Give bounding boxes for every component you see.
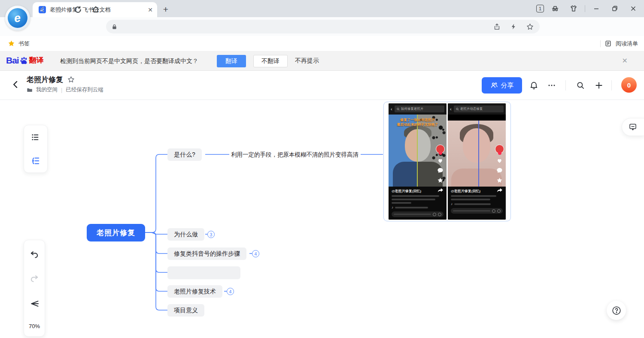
- translate-bar-close-icon[interactable]: ✕: [622, 57, 628, 65]
- phone2-comment-icon: [496, 167, 503, 173]
- baidu-logo-text: Bai: [6, 55, 19, 66]
- outline-view-button[interactable]: [24, 125, 47, 149]
- notifications-bell-icon[interactable]: [526, 78, 541, 93]
- redo-icon[interactable]: [29, 274, 39, 284]
- doc-title: 老照片修复: [27, 75, 63, 84]
- home-icon[interactable]: [90, 4, 101, 15]
- phone2-caption-line: [451, 199, 490, 200]
- minimize-button[interactable]: [589, 2, 604, 15]
- never-remind-button[interactable]: 不再提示: [295, 57, 319, 65]
- translate-button[interactable]: 翻译: [217, 55, 246, 67]
- phone2-divider-line: [478, 121, 479, 187]
- tab-close-icon[interactable]: ✕: [148, 6, 153, 13]
- phone1-share-icon: [437, 187, 444, 193]
- phone1-action-rail: [435, 145, 445, 193]
- phone1-comment-icon: [437, 167, 444, 173]
- bookmark-label: 书签: [18, 40, 30, 48]
- node-empty[interactable]: [167, 266, 240, 279]
- douyin-screenshot-2[interactable]: ‹ 老照片动态修复: [448, 103, 506, 220]
- theme-skin-icon[interactable]: [566, 2, 581, 15]
- phone1-music-row: ♪: [392, 205, 444, 209]
- lightning-icon[interactable]: [510, 23, 517, 30]
- douyin-screenshot-1[interactable]: ‹ 如何修复老照片 修复了一张80年老照片最后动起来的样子太惊艳了: [389, 103, 447, 220]
- doc-space[interactable]: 我的空间: [36, 86, 58, 94]
- phone2-search-icon: [456, 108, 459, 111]
- phone1-caption-line: [392, 199, 435, 200]
- phone1-face: [405, 129, 431, 162]
- mindmap-view-button[interactable]: [24, 149, 47, 172]
- attached-images-container[interactable]: ‹ 如何修复老照片 修复了一张80年老照片最后动起来的样子太惊艳了: [383, 102, 511, 221]
- comment-bubble-icon: [629, 123, 637, 131]
- new-tab-button[interactable]: +: [160, 3, 172, 15]
- bookmark-item[interactable]: 书签: [8, 40, 30, 48]
- help-question-icon: [612, 306, 621, 315]
- refresh-icon[interactable]: [72, 4, 83, 15]
- node-what[interactable]: 是什么?: [167, 148, 202, 161]
- header-separator-1: [565, 80, 566, 91]
- node-why[interactable]: 为什么做: [167, 228, 204, 241]
- doc-back-icon[interactable]: [9, 78, 21, 91]
- phone2-like-icon: [496, 157, 503, 163]
- node-meaning[interactable]: 项目意义: [167, 304, 204, 317]
- translate-message: 检测到当前网页不是中文网页，是否要翻译成中文？: [60, 57, 198, 65]
- address-bar[interactable]: [106, 20, 540, 33]
- incognito-icon[interactable]: [548, 2, 562, 15]
- node-steps-collapse-badge[interactable]: 4: [252, 250, 259, 257]
- view-switch-panel: [24, 125, 48, 173]
- bookmarks-bar: 书签 阅读清单: [0, 36, 644, 51]
- phone1-caption-line: [392, 202, 411, 204]
- user-avatar[interactable]: 0: [621, 77, 637, 93]
- favorite-star-icon[interactable]: [67, 76, 75, 83]
- mouse-gesture-icon[interactable]: [545, 21, 644, 33]
- fit-view-icon[interactable]: [29, 298, 40, 309]
- mindmap-canvas[interactable]: 70% 老照片修复 是什么? 利用一定的手段，把原本模糊不清的照片变得高清 为什…: [0, 100, 644, 338]
- doc-save-status: 已经保存到云端: [66, 86, 103, 94]
- phone1-favorite-icon: [437, 177, 444, 184]
- connector-lines: [0, 100, 644, 338]
- doc-more-icon[interactable]: [544, 78, 559, 93]
- reading-list-button[interactable]: 阅读清单: [616, 40, 638, 48]
- node-tech-collapse-badge[interactable]: 4: [227, 288, 234, 295]
- node-tech[interactable]: 老照片修复技术: [167, 285, 222, 298]
- node-steps[interactable]: 修复类抖音号的操作步骤: [167, 247, 246, 260]
- no-translate-button[interactable]: 不翻译: [253, 55, 288, 67]
- phone2-comment-input: [451, 208, 503, 214]
- comments-pill-button[interactable]: [622, 118, 644, 136]
- folder-icon: [27, 87, 33, 93]
- zoom-level[interactable]: 70%: [29, 323, 40, 329]
- restore-button[interactable]: [608, 2, 622, 15]
- search-icon[interactable]: [573, 78, 588, 93]
- share-button-label: 分享: [501, 81, 514, 90]
- phone2-action-rail: [494, 145, 504, 193]
- phone1-search-box: 如何修复老照片: [395, 106, 444, 112]
- help-button[interactable]: [607, 301, 626, 320]
- phone2-search-text: 老照片动态修复: [460, 107, 483, 111]
- mindmap-root-node[interactable]: 老照片修复: [87, 224, 145, 241]
- window-controls-separator: [585, 5, 585, 12]
- phone1-topbar: ‹ 如何修复老照片: [389, 103, 447, 115]
- header-separator-2: [611, 80, 612, 91]
- window-controls: 1: [536, 0, 641, 17]
- tab-count-button[interactable]: 1: [536, 5, 544, 12]
- share-page-icon[interactable]: [493, 23, 501, 30]
- bookmark-star-gold-icon: [8, 40, 15, 47]
- phone2-back-icon: ‹: [450, 106, 452, 112]
- translate-bar: Bai 翻译 检测到当前网页不是中文网页，是否要翻译成中文？ 翻译 不翻译 不再…: [0, 51, 644, 71]
- create-new-icon[interactable]: [591, 78, 607, 93]
- phone2-caption-line: [451, 195, 496, 197]
- undo-icon[interactable]: [29, 250, 39, 260]
- bookmark-star-icon[interactable]: [526, 23, 534, 30]
- phone1-search-text: 如何修复老照片: [401, 107, 424, 111]
- back-icon[interactable]: [37, 4, 48, 15]
- close-window-button[interactable]: [626, 2, 641, 15]
- phone1-overlay-text: 修复了一张80年老照片最后动起来的样子太惊艳了: [389, 118, 447, 127]
- browser-logo-orb: e: [8, 8, 27, 28]
- share-button[interactable]: 分享: [482, 77, 522, 94]
- browser-logo[interactable]: e: [5, 6, 30, 30]
- node-what-detail[interactable]: 利用一定的手段，把原本模糊不清的照片变得高清: [231, 151, 358, 159]
- node-why-collapse-badge[interactable]: 3: [207, 231, 215, 238]
- forward-icon[interactable]: [55, 4, 66, 15]
- browser-window: e 老照片修复 - 飞书云文档 ✕ + 1: [0, 0, 644, 338]
- share-people-icon: [490, 81, 498, 89]
- doc-header: 老照片修复 我的空间 | 已经保存到云端 分享 0: [0, 71, 644, 100]
